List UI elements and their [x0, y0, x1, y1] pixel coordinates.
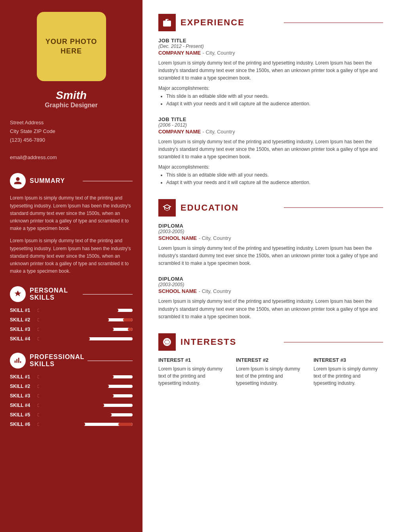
personal-skill-row: SKILL #2 — [10, 317, 133, 323]
professional-skills-heading: PROFESSIONAL SKILLS — [30, 353, 84, 368]
experience-job-entry: JOB TITLE (2006 - 2012) COMPANY NAME - C… — [158, 116, 383, 186]
resume-container: YOUR PHOTO HERE Smith Graphic Designer S… — [0, 0, 399, 532]
education-heading: EDUCATION — [180, 203, 280, 213]
personal-skill-bar — [38, 309, 133, 312]
personal-skill-bar — [38, 337, 133, 340]
personal-skill-label: SKILL #2 — [10, 317, 38, 323]
school-name: SCHOOL NAME — [158, 288, 197, 294]
personal-skill-label: SKILL #1 — [10, 308, 38, 313]
education-header: EDUCATION — [158, 199, 383, 217]
soccer-icon — [162, 337, 172, 347]
personal-skills-section: PERSONAL SKILLS SKILL #1 SKILL #2 SKILL … — [10, 286, 133, 342]
candidate-title: Graphic Designer — [10, 102, 133, 109]
accomplishment-item: This slide is an editable slide with all… — [166, 93, 383, 100]
prof-skill-label: SKILL #6 — [10, 422, 38, 427]
personal-skills-heading: PERSONAL SKILLS — [30, 287, 80, 301]
school-location: - City, Country — [199, 288, 231, 294]
personal-skills-line — [83, 294, 133, 294]
contact-city: City State ZIP Code — [10, 127, 133, 136]
edu-description: Lorem Ipsum is simply dummy text of the … — [158, 245, 383, 268]
contact-address: Street Address — [10, 118, 133, 127]
personal-skills-list: SKILL #1 SKILL #2 SKILL #3 SKILL #4 — [10, 308, 133, 342]
job-title: JOB TITLE — [158, 38, 383, 44]
company-location: - City, Country — [203, 129, 235, 135]
accomplishments-list: This slide is an editable slide with all… — [158, 93, 383, 108]
candidate-name: Smith — [10, 89, 133, 102]
experience-icon-box — [158, 14, 176, 31]
personal-skills-header: PERSONAL SKILLS — [10, 286, 133, 302]
prof-skill-row: SKILL #5 — [10, 412, 133, 418]
interest-description: Lorem Ipsum is simply dummy text of the … — [314, 365, 383, 387]
interest-title: INTEREST #2 — [236, 357, 306, 363]
prof-skill-row: SKILL #6 — [10, 422, 133, 427]
school-location: - City, Country — [199, 235, 231, 241]
summary-para-1: Lorem Ipsum is simply dummy text of the … — [10, 194, 133, 232]
summary-heading: SUMMARY — [30, 177, 80, 184]
company-line: COMPANY NAME - City, Country — [158, 128, 383, 135]
name-section: Smith Graphic Designer — [10, 89, 133, 109]
accomplishments-label: Major accomplishments: — [158, 86, 383, 91]
personal-skills-icon-circle — [10, 286, 26, 302]
personal-skill-label: SKILL #3 — [10, 327, 38, 332]
accomplishment-item: This slide is an editable slide with all… — [166, 171, 383, 179]
prof-skill-label: SKILL #3 — [10, 393, 38, 399]
prof-skill-bar — [38, 404, 133, 407]
company-name: COMPANY NAME — [158, 129, 201, 135]
professional-skills-icon-circle — [10, 353, 26, 369]
interest-title: INTEREST #3 — [314, 357, 383, 363]
school-name: SCHOOL NAME — [158, 235, 197, 241]
sidebar: YOUR PHOTO HERE Smith Graphic Designer S… — [0, 0, 142, 532]
interests-heading: INTERESTS — [180, 337, 280, 347]
experience-job-entry: JOB TITLE (Dec. 2012 - Present) COMPANY … — [158, 38, 383, 108]
contact-phone: (123) 456-7890 — [10, 136, 133, 144]
personal-skill-bar — [38, 318, 133, 321]
professional-skills-line — [87, 361, 133, 361]
interest-description: Lorem Ipsum is simply dummy text of the … — [158, 365, 228, 387]
contact-info: Street Address City State ZIP Code (123)… — [10, 118, 133, 162]
education-icon-box — [158, 199, 176, 217]
contact-email: email@address.com — [10, 153, 133, 162]
education-header-line — [284, 207, 383, 208]
prof-skill-row: SKILL #2 — [10, 384, 133, 389]
degree-title: DIPLOMA — [158, 223, 383, 229]
interest-item: INTEREST #2 Lorem Ipsum is simply dummy … — [236, 357, 306, 387]
summary-section: SUMMARY Lorem Ipsum is simply dummy text… — [10, 173, 133, 275]
education-entries: DIPLOMA (2003-2005) SCHOOL NAME - City, … — [158, 223, 383, 321]
medal-icon — [13, 290, 22, 298]
job-dates: (2006 - 2012) — [158, 122, 383, 128]
personal-skill-row: SKILL #3 — [10, 327, 133, 332]
summary-header: SUMMARY — [10, 173, 133, 189]
company-name: COMPANY NAME — [158, 50, 201, 56]
job-description: Lorem Ipsum is simply dummy text of the … — [158, 138, 383, 161]
prof-skill-row: SKILL #4 — [10, 403, 133, 408]
professional-skills-header: PROFESSIONAL SKILLS — [10, 353, 133, 369]
prof-skill-bar — [38, 413, 133, 416]
company-line: COMPANY NAME - City, Country — [158, 49, 383, 56]
experience-section: EXPERIENCE JOB TITLE (Dec. 2012 - Presen… — [158, 14, 383, 186]
interests-grid: INTEREST #1 Lorem Ipsum is simply dummy … — [158, 357, 383, 387]
briefcase-icon — [162, 18, 172, 27]
interest-item: INTEREST #3 Lorem Ipsum is simply dummy … — [314, 357, 383, 387]
photo-placeholder: YOUR PHOTO HERE — [37, 12, 106, 81]
interest-item: INTEREST #1 Lorem Ipsum is simply dummy … — [158, 357, 228, 387]
experience-jobs: JOB TITLE (Dec. 2012 - Present) COMPANY … — [158, 38, 383, 186]
prof-skill-bar — [38, 423, 133, 426]
summary-icon — [13, 177, 22, 185]
main-content: EXPERIENCE JOB TITLE (Dec. 2012 - Presen… — [142, 0, 399, 532]
personal-skill-row: SKILL #1 — [10, 308, 133, 313]
edu-dates: (2003-2005) — [158, 282, 383, 287]
experience-header-line — [284, 23, 383, 23]
personal-skill-label: SKILL #4 — [10, 336, 38, 342]
education-entry: DIPLOMA (2003-2005) SCHOOL NAME - City, … — [158, 276, 383, 321]
summary-header-line — [83, 181, 133, 181]
degree-title: DIPLOMA — [158, 276, 383, 282]
accomplishments-label: Major accomplishments: — [158, 164, 383, 170]
company-location: - City, Country — [203, 50, 235, 56]
prof-skill-row: SKILL #3 — [10, 393, 133, 399]
summary-icon-circle — [10, 173, 26, 189]
interests-section: INTERESTS INTEREST #1 Lorem Ipsum is sim… — [158, 333, 383, 387]
prof-skill-label: SKILL #1 — [10, 374, 38, 380]
professional-skills-list: SKILL #1 SKILL #2 SKILL #3 SKILL #4 — [10, 374, 133, 427]
interests-icon-box — [158, 333, 176, 351]
interests-header-line — [284, 342, 383, 342]
